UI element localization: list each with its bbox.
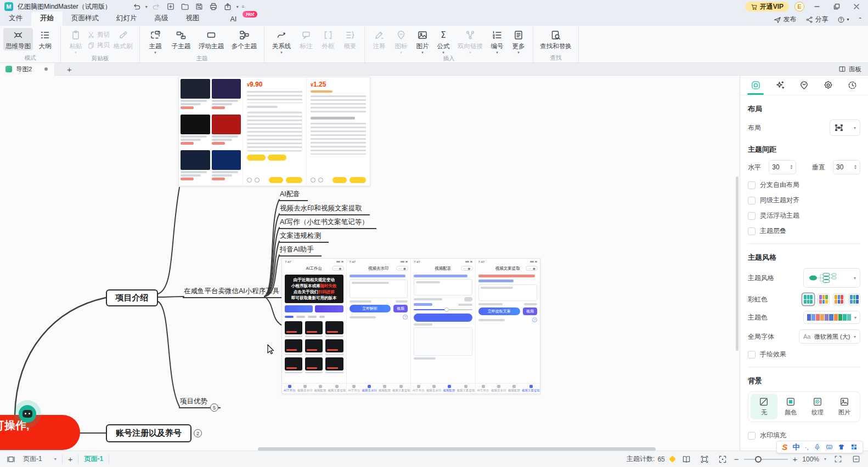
floating-topic-button[interactable]: 浮动主题: [195, 28, 228, 50]
node-watermark-removal[interactable]: 视频去水印和视频文案提取: [279, 204, 370, 215]
horizontal-spacing-stepper[interactable]: 30▲▼: [769, 160, 796, 174]
callout-button[interactable]: 标注: [295, 28, 317, 50]
tab-ai-beautify[interactable]: [768, 76, 792, 95]
format-painter-button[interactable]: 格式刷: [110, 28, 136, 50]
multiple-topics-button[interactable]: 多个主题: [228, 28, 261, 50]
page-tab-active[interactable]: 页面-1: [84, 454, 103, 464]
bg-option-color[interactable]: 颜色: [777, 394, 804, 419]
checkbox-watermark[interactable]: 水印填充: [748, 431, 860, 440]
rainbow-swatch-4[interactable]: [848, 293, 860, 305]
attached-image-miniprogram[interactable]: 7:47 AI工作台⋯◉ 由于近期相关规定变动 小程序版本或将随时失效 点击关于…: [281, 258, 540, 394]
tab-view[interactable]: 视图: [177, 12, 208, 26]
rainbow-swatch-3[interactable]: [833, 293, 845, 305]
bidirectional-link-button[interactable]: 双向链接▾: [454, 28, 487, 54]
checkbox-free-branch-layout[interactable]: 分支自由布局: [748, 180, 860, 190]
tab-slides[interactable]: 幻灯片: [108, 12, 146, 26]
collapse-panel-icon[interactable]: [849, 455, 863, 463]
save-icon[interactable]: [194, 2, 205, 12]
node-douyin-assistant[interactable]: 抖音AI助手: [279, 245, 322, 257]
tab-ai[interactable]: AI Hot: [222, 13, 246, 26]
zoom-percent[interactable]: 100%: [802, 455, 819, 463]
zoom-in-button[interactable]: +: [793, 454, 798, 464]
rainbow-swatch-2[interactable]: [818, 293, 830, 305]
paste-button[interactable]: 粘贴▾: [64, 28, 87, 54]
close-button[interactable]: [849, 1, 864, 13]
comment-button[interactable]: 注释: [368, 28, 390, 50]
node-content-check[interactable]: 文案违规检测: [279, 231, 329, 243]
tab-history[interactable]: [841, 76, 865, 95]
page-selector[interactable]: 页面-1: [23, 454, 42, 464]
topic-button[interactable]: 主题▾: [143, 28, 167, 54]
checkbox-flexible-floating[interactable]: 灵活浮动主题: [748, 211, 860, 220]
collapse-badge-5[interactable]: 5: [210, 403, 218, 412]
node-account-register[interactable]: 账号注册以及养号: [106, 424, 191, 442]
mindmap-mode-button[interactable]: 思维导图: [3, 28, 33, 50]
theme-color-dropdown[interactable]: ▾: [803, 311, 860, 324]
publish-button[interactable]: 发布: [774, 15, 797, 24]
collapse-ribbon-icon[interactable]: ⌃: [858, 16, 863, 22]
fit-frame-icon[interactable]: [698, 455, 711, 464]
find-replace-button[interactable]: 查找和替换: [537, 28, 575, 50]
ai-assistant-button[interactable]: [19, 405, 36, 423]
ime-punctuation-icon[interactable]: ·,: [805, 444, 809, 451]
summary-button[interactable]: 概要: [339, 28, 361, 50]
subtopic-button[interactable]: 子主题: [167, 28, 195, 50]
open-file-icon[interactable]: [179, 2, 190, 12]
formula-button[interactable]: Σ 公式▾: [433, 28, 454, 54]
new-file-icon[interactable]: [165, 2, 176, 12]
tab-stickers[interactable]: [792, 76, 816, 95]
vertical-spacing-stepper[interactable]: 30▲▼: [833, 160, 860, 174]
bg-option-image[interactable]: 图片: [831, 394, 858, 419]
checkbox[interactable]: [748, 351, 756, 358]
cut-button[interactable]: 剪切: [87, 31, 110, 39]
node-root-topic[interactable]: 几即可操作, 手: [0, 415, 80, 450]
copy-button[interactable]: 拷贝: [87, 41, 110, 49]
minimize-button[interactable]: [810, 1, 824, 13]
board-view-icon[interactable]: [4, 455, 18, 464]
checkbox[interactable]: [748, 197, 756, 204]
node-sell-tools[interactable]: 在咸鱼平台卖微信AI小程序工具: [183, 287, 287, 298]
undo-caret-icon[interactable]: ▾: [145, 4, 148, 9]
image-button[interactable]: 图片▾: [412, 28, 433, 54]
global-font-dropdown[interactable]: Aa 微软雅黑 (大) ▾: [799, 329, 860, 344]
ime-toolbox-icon[interactable]: [850, 443, 858, 451]
zoom-caret-icon[interactable]: ▾: [824, 457, 826, 462]
tab-layout[interactable]: [743, 76, 768, 95]
undo-icon[interactable]: [131, 2, 142, 12]
checkbox-sibling-align[interactable]: 同级主题对齐: [748, 196, 860, 205]
ime-skin-icon[interactable]: [838, 443, 845, 451]
attached-image-listings[interactable]: ¥9.90 ¥1.25: [178, 77, 370, 186]
vip-button[interactable]: 开通VIP: [745, 2, 789, 12]
pages-overview-icon[interactable]: [680, 455, 693, 464]
checkbox[interactable]: [748, 432, 756, 440]
zoom-slider[interactable]: [744, 455, 788, 463]
export-icon[interactable]: [222, 2, 233, 12]
add-tab-button[interactable]: +: [63, 65, 75, 74]
maximize-button[interactable]: [830, 1, 844, 13]
collapse-badge-2[interactable]: 2: [194, 429, 202, 437]
relationship-button[interactable]: 关系线▾: [268, 28, 295, 54]
checkbox[interactable]: [748, 227, 756, 235]
tab-file[interactable]: 文件: [0, 12, 31, 26]
redo-icon[interactable]: [151, 2, 162, 12]
theme-style-dropdown[interactable]: ▾: [803, 268, 860, 288]
help-button[interactable]: ▾: [837, 16, 849, 24]
node-ai-dubbing[interactable]: AI配音: [279, 190, 308, 201]
ime-keyboard-icon[interactable]: [826, 443, 833, 451]
customize-toolbar-icon[interactable]: ≡: [242, 4, 245, 9]
zoom-slider-knob[interactable]: [755, 456, 762, 463]
add-page-button[interactable]: +: [68, 454, 73, 464]
mindmap-canvas[interactable]: ¥9.90 ¥1.25 项目介绍 在咸鱼平台卖微信AI小程序工具 AI配音 视频…: [0, 76, 740, 451]
tab-home[interactable]: 开始: [31, 12, 63, 26]
bg-option-none[interactable]: 无: [751, 394, 777, 419]
fullscreen-icon[interactable]: [831, 455, 844, 463]
checkbox[interactable]: [748, 181, 756, 189]
checkbox[interactable]: [748, 212, 756, 220]
layout-dropdown[interactable]: ▾: [830, 119, 860, 136]
checkbox-topic-overlap[interactable]: 主题层叠: [748, 226, 860, 236]
marker-icon-button[interactable]: 图标▾: [390, 28, 412, 54]
node-ai-writing[interactable]: AI写作（小红书文案笔记等）: [279, 218, 376, 229]
boundary-button[interactable]: 外框: [317, 28, 339, 50]
bg-option-texture[interactable]: 纹理: [804, 394, 831, 419]
export-caret-icon[interactable]: ▾: [236, 4, 239, 9]
